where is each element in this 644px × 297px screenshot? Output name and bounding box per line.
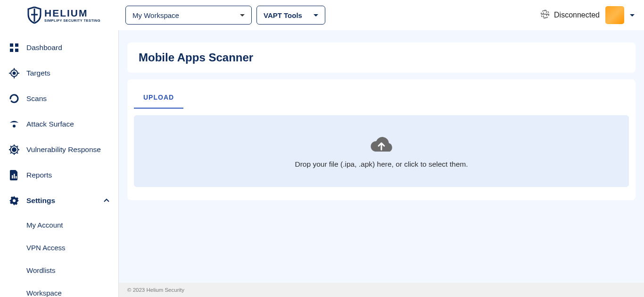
tabs: UPLOAD bbox=[134, 86, 629, 109]
svg-rect-27 bbox=[14, 174, 15, 178]
workspace-selected-label: My Workspace bbox=[132, 11, 179, 19]
logo-text: HELIUM SIMPLIFY SECURITY TESTING bbox=[44, 8, 100, 23]
sidebar-item-dashboard[interactable]: Dashboard bbox=[0, 35, 118, 60]
caret-down-icon bbox=[314, 14, 318, 17]
attack-surface-icon bbox=[8, 120, 20, 128]
reports-icon bbox=[8, 170, 20, 180]
gear-icon bbox=[8, 195, 20, 206]
footer: © 2023 Helium Security bbox=[119, 283, 644, 297]
brand-name: HELIUM bbox=[44, 8, 100, 18]
svg-point-29 bbox=[13, 199, 16, 202]
footer-copyright: © 2023 Helium Security bbox=[127, 287, 184, 293]
sidebar-item-vulnerability-response[interactable]: Vulnerability Response bbox=[0, 137, 118, 162]
svg-rect-26 bbox=[12, 175, 13, 178]
dropzone-text: Drop your file (.ipa, .apk) here, or cli… bbox=[295, 160, 468, 169]
workspace-select[interactable]: My Workspace bbox=[125, 6, 252, 25]
svg-rect-5 bbox=[10, 43, 13, 47]
svg-line-24 bbox=[17, 146, 18, 147]
bug-icon bbox=[8, 144, 20, 155]
logo-shield-icon bbox=[27, 7, 41, 24]
user-menu-caret-icon[interactable] bbox=[630, 14, 635, 17]
sidebar-sub-label: VPN Access bbox=[26, 244, 66, 252]
file-dropzone[interactable]: Drop your file (.ipa, .apk) here, or cli… bbox=[134, 115, 629, 187]
svg-rect-8 bbox=[15, 49, 18, 52]
top-selects: My Workspace VAPT Tools bbox=[119, 6, 325, 25]
svg-line-25 bbox=[10, 152, 12, 153]
globe-icon bbox=[540, 9, 550, 21]
page-title: Mobile Apps Scanner bbox=[139, 51, 624, 64]
sidebar-item-attack-surface[interactable]: Attack Surface bbox=[0, 111, 118, 137]
sidebar-item-label: Dashboard bbox=[26, 43, 62, 52]
sidebar-item-settings[interactable]: Settings bbox=[0, 188, 118, 213]
sidebar-item-label: Scans bbox=[26, 94, 47, 103]
sidebar-sub-workspace[interactable]: Workspace bbox=[0, 281, 118, 297]
sidebar-item-label: Attack Surface bbox=[26, 120, 74, 128]
svg-point-15 bbox=[13, 125, 16, 127]
sidebar-sub-my-account[interactable]: My Account bbox=[0, 213, 118, 236]
svg-point-17 bbox=[12, 148, 16, 152]
svg-rect-7 bbox=[10, 49, 13, 52]
sidebar-item-targets[interactable]: Targets bbox=[0, 60, 118, 86]
svg-point-10 bbox=[13, 72, 16, 75]
svg-line-22 bbox=[10, 146, 12, 147]
user-avatar[interactable] bbox=[605, 6, 624, 24]
sidebar-item-label: Settings bbox=[26, 196, 55, 205]
sidebar-sub-label: My Account bbox=[26, 221, 63, 229]
upload-card: UPLOAD Drop your file (.ipa, .apk) here,… bbox=[127, 79, 636, 200]
sidebar: Dashboard Targets Scans bbox=[0, 30, 119, 297]
sidebar-sub-vpn-access[interactable]: VPN Access bbox=[0, 236, 118, 259]
caret-down-icon bbox=[240, 14, 245, 17]
main: Mobile Apps Scanner UPLOAD Drop you bbox=[119, 30, 644, 297]
sidebar-sub-label: Wordlists bbox=[26, 266, 55, 274]
sidebar-item-label: Targets bbox=[26, 69, 50, 77]
topbar: HELIUM SIMPLIFY SECURITY TESTING My Work… bbox=[0, 0, 644, 30]
connection-status: Disconnected bbox=[540, 9, 600, 21]
page-header-card: Mobile Apps Scanner bbox=[127, 42, 636, 73]
sidebar-item-label: Vulnerability Response bbox=[26, 145, 101, 154]
svg-line-23 bbox=[17, 152, 18, 153]
tools-selected-label: VAPT Tools bbox=[264, 11, 302, 19]
sidebar-item-reports[interactable]: Reports bbox=[0, 162, 118, 188]
sidebar-item-label: Reports bbox=[26, 171, 52, 179]
tools-select[interactable]: VAPT Tools bbox=[256, 6, 325, 25]
tab-label: UPLOAD bbox=[143, 93, 174, 101]
tab-upload[interactable]: UPLOAD bbox=[134, 86, 183, 109]
main-content: Mobile Apps Scanner UPLOAD Drop you bbox=[119, 30, 644, 283]
logo[interactable]: HELIUM SIMPLIFY SECURITY TESTING bbox=[0, 7, 119, 24]
svg-rect-6 bbox=[15, 43, 18, 47]
sidebar-sub-wordlists[interactable]: Wordlists bbox=[0, 259, 118, 281]
svg-rect-28 bbox=[16, 176, 17, 178]
sidebar-item-scans[interactable]: Scans bbox=[0, 86, 118, 111]
topbar-right: Disconnected bbox=[540, 6, 636, 24]
target-icon bbox=[8, 68, 20, 78]
dashboard-icon bbox=[8, 43, 20, 52]
brand-tagline: SIMPLIFY SECURITY TESTING bbox=[44, 19, 100, 23]
connection-status-label: Disconnected bbox=[554, 11, 600, 19]
scan-icon bbox=[8, 93, 20, 104]
cloud-upload-icon bbox=[367, 134, 396, 156]
chevron-up-icon bbox=[103, 197, 110, 204]
sidebar-sub-label: Workspace bbox=[26, 289, 62, 297]
